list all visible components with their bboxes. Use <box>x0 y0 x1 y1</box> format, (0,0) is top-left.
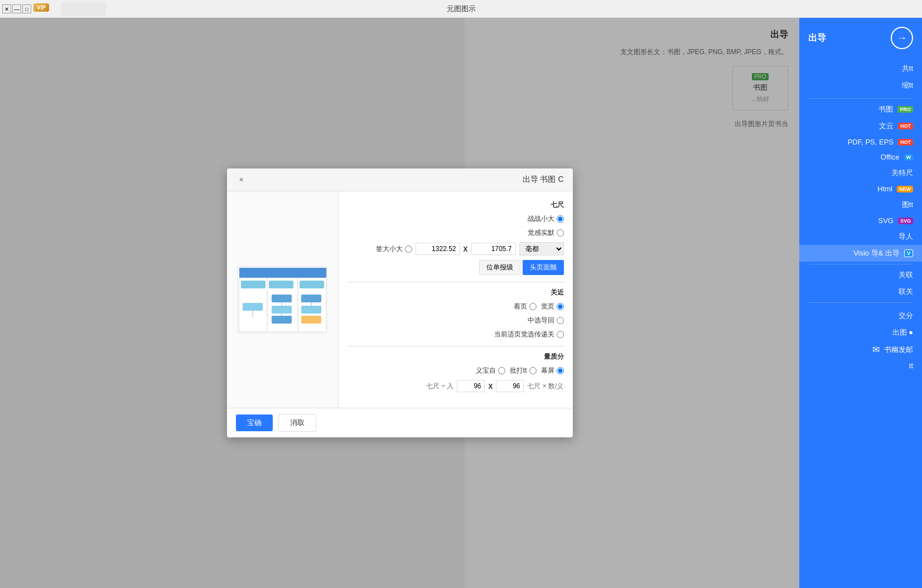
modal-overlay: × 出导 书图 C <box>0 18 799 588</box>
confirm-button[interactable]: 宝确 <box>236 415 273 431</box>
right-item-label-ttt: 共tt <box>902 64 913 74</box>
right-item-person[interactable]: 导人 <box>799 228 922 245</box>
right-item-label-share-title: 交分 <box>899 311 913 321</box>
quality-dpi-row: 七尺 ÷ 入 x 七尺 × 数/义 <box>347 380 564 392</box>
right-panel-header: 出导 → <box>799 18 922 58</box>
right-item-label-chart: 图tt <box>902 200 913 210</box>
maximize-btn[interactable]: □ <box>22 4 31 13</box>
flowchart-svg <box>238 267 327 333</box>
dpi-width-input[interactable] <box>496 380 524 392</box>
range-current-sel-radio[interactable] <box>557 331 564 338</box>
size-fit-option[interactable]: 战战小大 <box>528 214 564 224</box>
quality-custom-label: 义宝自 <box>476 366 496 375</box>
size-actual-radio[interactable] <box>557 229 564 237</box>
close-btn[interactable]: ✕ <box>2 4 11 13</box>
badge-new-html: NEW <box>897 186 913 192</box>
right-section-export: 共tt 缩tt <box>799 58 922 96</box>
svg-rect-7 <box>272 295 292 302</box>
right-item-ttt[interactable]: 共tt <box>799 60 922 77</box>
range-selection-option[interactable]: 中选导回 <box>528 316 564 325</box>
window-controls[interactable]: ✕ — □ <box>0 0 31 18</box>
tab-content[interactable]: 头页面颤 <box>523 260 564 275</box>
size-custom-option[interactable]: 签大小大 <box>376 244 412 254</box>
right-item-cloud[interactable]: 文云 HOT <box>799 118 922 134</box>
range-option-row-3: 当前适页觉选传递关 <box>347 330 564 339</box>
right-item-svg[interactable]: SVG SVG <box>799 213 922 228</box>
badge-svg-svg: SVG <box>898 218 913 224</box>
divider-1 <box>808 98 913 99</box>
right-item-visio[interactable]: Visio 导& 出导 V <box>799 245 922 262</box>
right-item-label-visio: Visio 导& 出导 <box>853 248 900 258</box>
right-item-label-attach: 联关 <box>899 287 913 297</box>
range-selection-radio[interactable] <box>557 317 564 324</box>
size-unit-select[interactable]: 毫都 <box>519 242 564 256</box>
size-custom-radio[interactable] <box>405 245 412 253</box>
right-item-label-pdf: PDF, PS, EPS <box>848 138 894 146</box>
range-all-option[interactable]: 着页 <box>514 302 537 311</box>
right-item-label-email: 书幽发邮 <box>884 345 913 355</box>
range-current-sel-option[interactable]: 当前适页觉选传递关 <box>494 330 564 339</box>
dialog-title: 出导 书图 C <box>523 175 564 185</box>
quality-custom-option[interactable]: 义宝自 <box>476 366 505 375</box>
range-current-sel-label: 当前适页觉选传递关 <box>494 330 554 339</box>
range-current-radio[interactable] <box>557 303 564 310</box>
right-item-close[interactable]: 关联 <box>799 267 922 283</box>
right-item-html[interactable]: Html NEW <box>799 181 922 196</box>
range-all-label: 着页 <box>514 302 527 311</box>
right-item-label-office: Office <box>881 153 900 161</box>
vip-badge: VIP <box>33 3 49 12</box>
size-section-title: 七尺 <box>347 200 564 210</box>
right-item-label-html: Html <box>877 185 892 193</box>
minimize-btn[interactable]: — <box>12 4 21 13</box>
quality-custom-radio[interactable] <box>498 367 505 374</box>
right-item-label-cloud: 文云 <box>879 121 894 131</box>
right-item-label-export-share: 出图 ● <box>892 327 913 338</box>
quality-screen-radio[interactable] <box>557 367 564 374</box>
range-current-label: 觉页 <box>541 302 554 311</box>
range-all-radio[interactable] <box>529 303 537 310</box>
dialog-close-button[interactable]: × <box>236 174 247 185</box>
quality-print-option[interactable]: 批打tt <box>510 366 537 375</box>
quality-screen-option[interactable]: 幕屏 <box>541 366 564 375</box>
range-current-option[interactable]: 觉页 <box>541 302 564 311</box>
user-area <box>61 2 106 16</box>
dialog-header: × 出导 书图 C <box>227 168 573 191</box>
separator-2 <box>347 346 564 346</box>
right-item-email[interactable]: ✉ 书幽发邮 <box>799 341 922 358</box>
right-item-pdf[interactable]: PDF, PS, EPS HOT <box>799 134 922 150</box>
circle-arrow-icon[interactable]: → <box>891 27 913 49</box>
cancel-button[interactable]: 消取 <box>278 414 316 432</box>
range-option-row-2: 中选导回 <box>347 316 564 325</box>
tab-page-header[interactable]: 位单报级 <box>479 260 520 275</box>
size-custom-label: 签大小大 <box>376 244 403 254</box>
svg-rect-11 <box>301 306 321 314</box>
right-item-misc[interactable]: tt <box>799 358 922 373</box>
svg-rect-10 <box>272 306 292 314</box>
right-item-attach[interactable]: 联关 <box>799 283 922 300</box>
right-item-label-special: 关特尺 <box>891 168 913 178</box>
size-option-row-1: 战战小大 <box>347 214 564 224</box>
dialog-body: 七尺 战战小大 觉感实默 <box>227 191 573 408</box>
divider-3 <box>808 302 913 303</box>
badge-hot-cloud: HOT <box>898 123 913 129</box>
right-item-special[interactable]: 关特尺 <box>799 165 922 181</box>
right-item-picture[interactable]: 书图 PRO <box>799 101 922 118</box>
right-item-office[interactable]: Office W <box>799 150 922 165</box>
size-x-label: x <box>464 244 468 254</box>
right-section-share: 交分 出图 ● ✉ 书幽发邮 tt <box>799 305 922 375</box>
quality-print-radio[interactable] <box>529 367 537 374</box>
svg-rect-8 <box>301 295 321 302</box>
svg-rect-0 <box>239 268 326 278</box>
right-item-export-share[interactable]: 出图 ● <box>799 324 922 341</box>
size-actual-option[interactable]: 觉感实默 <box>528 228 564 238</box>
quality-screen-label: 幕屏 <box>541 366 554 375</box>
size-fit-radio[interactable] <box>557 215 564 223</box>
badge-w-office: W <box>904 154 914 161</box>
dpi-height-input[interactable] <box>457 380 485 392</box>
size-height-input[interactable] <box>471 243 516 255</box>
right-item-label-close: 关联 <box>899 270 913 280</box>
titlebar: ✕ — □ VIP 元图图示 <box>0 0 922 18</box>
right-item-shrink[interactable]: 缩tt <box>799 77 922 94</box>
right-item-chart[interactable]: 图tt <box>799 196 922 213</box>
size-width-input[interactable] <box>416 243 460 255</box>
